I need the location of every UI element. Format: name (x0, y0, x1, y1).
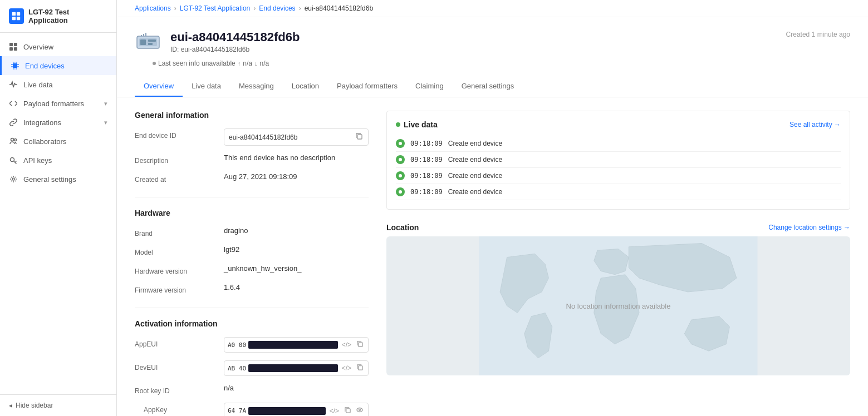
tab-live-data[interactable]: Live data (183, 76, 230, 97)
content-right: Live data See all activity → 09:18:09 Cr… (386, 111, 850, 416)
grid-icon (9, 42, 18, 51)
live-data-event-icon (396, 139, 405, 148)
tab-claiming[interactable]: Claiming (406, 76, 453, 97)
field-label-description: Description (135, 153, 224, 165)
field-created-at: Created at Aug 27, 2021 09:18:09 (135, 172, 369, 184)
svg-rect-29 (357, 135, 362, 139)
app-logo[interactable]: LGT-92 Test Application (0, 0, 116, 33)
device-id-subtitle: ID: eui-a84041445182fd6b (170, 46, 300, 53)
appkey-eye-button[interactable] (355, 405, 365, 416)
field-value-brand: dragino (224, 226, 369, 235)
activation-title: Activation information (135, 319, 369, 328)
svg-rect-32 (346, 408, 350, 412)
chevron-left-icon: ◂ (9, 402, 12, 409)
change-location-link[interactable]: Change location settings → (768, 224, 850, 231)
deveui-masked (248, 364, 338, 372)
live-data-desc-2: Create end device (448, 156, 502, 164)
sidebar-item-collaborators[interactable]: Collaborators (0, 132, 116, 151)
field-model: Model lgt92 (135, 245, 369, 256)
breadcrumb-applications[interactable]: Applications (135, 4, 171, 12)
appeui-copy-button[interactable] (355, 340, 365, 350)
location-section: Location Change location settings → (386, 223, 850, 375)
chip-icon (11, 61, 19, 70)
tab-payload-formatters[interactable]: Payload formatters (328, 76, 406, 97)
deveui-code-toggle[interactable]: </> (340, 363, 353, 373)
field-label-appkey: AppKey (135, 403, 224, 414)
live-data-item-4: 09:18:09 Create end device (396, 184, 841, 200)
downlink-arrow-icon: ↓ (254, 60, 258, 67)
appkey-prefix: 64 7A (228, 407, 246, 414)
appkey-code-toggle[interactable]: </> (328, 406, 341, 416)
chevron-down-icon-2: ▾ (104, 119, 107, 126)
downlink-value: n/a (259, 60, 269, 67)
hide-sidebar-button[interactable]: ◂ Hide sidebar (9, 402, 107, 409)
device-title-block: eui-a84041445182fd6b ID: eui-a8404144518… (170, 30, 300, 53)
tab-overview[interactable]: Overview (135, 76, 183, 97)
settings-icon (9, 175, 18, 184)
svg-point-38 (399, 190, 402, 194)
sidebar-nav: Overview End devices Live data (0, 33, 116, 394)
appkey-copy-button[interactable] (343, 406, 352, 416)
deveui-field[interactable]: AB 40 </> (224, 360, 369, 376)
activity-icon (9, 80, 18, 89)
content-left: General information End device ID eui-a8… (135, 111, 369, 416)
device-icon (135, 28, 161, 55)
breadcrumb-app-name[interactable]: LGT-92 Test Application (180, 4, 251, 12)
field-value-appkey: 64 7A </> (224, 403, 369, 416)
field-label-end-device-id: End device ID (135, 128, 224, 140)
sidebar-item-general-settings[interactable]: General settings (0, 170, 116, 189)
appkey-field[interactable]: 64 7A </> (224, 403, 369, 416)
sidebar-item-integrations-label: Integrations (23, 118, 99, 127)
location-header: Location Change location settings → (386, 223, 850, 232)
sidebar-item-integrations[interactable]: Integrations ▾ (0, 113, 116, 132)
sidebar-item-end-devices[interactable]: End devices (0, 56, 116, 75)
live-data-event-icon-3 (396, 171, 405, 180)
sidebar-item-live-data-label: Live data (23, 81, 107, 89)
sidebar-item-payload-formatters[interactable]: Payload formatters ▾ (0, 94, 116, 113)
uplink-arrow-icon: ↑ (238, 60, 241, 67)
appeui-field[interactable]: A0 00 </> (224, 337, 369, 353)
svg-point-35 (399, 142, 402, 145)
copy-end-device-id-button[interactable] (355, 132, 364, 142)
live-data-header: Live data See all activity → (396, 120, 841, 129)
svg-point-17 (11, 138, 14, 141)
link-icon (9, 118, 18, 127)
svg-point-34 (359, 409, 361, 411)
live-data-desc-1: Create end device (448, 140, 502, 147)
device-title: eui-a84041445182fd6b (170, 30, 300, 44)
svg-rect-24 (148, 39, 156, 42)
appeui-code-toggle[interactable]: </> (340, 340, 353, 350)
end-device-id-input[interactable]: eui-a84041445182fd6b (224, 128, 369, 146)
device-header-left: eui-a84041445182fd6b ID: eui-a8404144518… (135, 28, 300, 55)
hide-sidebar-label: Hide sidebar (16, 402, 53, 409)
field-value-appeui: A0 00 </> (224, 337, 369, 353)
tab-general-settings[interactable]: General settings (453, 76, 523, 97)
live-data-panel-title: Live data (404, 120, 438, 129)
svg-rect-4 (9, 43, 13, 46)
live-data-panel: Live data See all activity → 09:18:09 Cr… (386, 111, 850, 210)
sidebar-item-live-data[interactable]: Live data (0, 75, 116, 94)
live-data-time-1: 09:18:09 (410, 140, 443, 147)
live-data-time-2: 09:18:09 (410, 156, 443, 164)
sidebar-item-overview[interactable]: Overview (0, 37, 116, 56)
svg-rect-0 (12, 12, 16, 16)
sidebar-item-api-keys[interactable]: API keys (0, 151, 116, 170)
svg-rect-3 (17, 17, 20, 20)
field-label-model: Model (135, 245, 224, 256)
activation-section: Activation information AppEUI A0 00 </> (135, 319, 369, 416)
breadcrumb-end-devices[interactable]: End devices (259, 4, 295, 12)
field-label-hw-version: Hardware version (135, 264, 224, 275)
field-label-fw-version: Firmware version (135, 283, 224, 294)
live-data-desc-4: Create end device (448, 188, 502, 196)
tab-messaging[interactable]: Messaging (230, 76, 283, 97)
deveui-copy-button[interactable] (355, 363, 365, 373)
field-appeui: AppEUI A0 00 </> (135, 337, 369, 353)
deveui-prefix: AB 40 (228, 365, 246, 372)
see-all-activity-link[interactable]: See all activity → (789, 121, 841, 128)
tab-location[interactable]: Location (283, 76, 328, 97)
created-at: Created 1 minute ago (786, 28, 850, 38)
appkey-masked (248, 407, 326, 415)
field-value-end-device-id: eui-a84041445182fd6b (224, 128, 369, 146)
field-label-appeui: AppEUI (135, 337, 224, 348)
field-value-description: This end device has no description (224, 153, 369, 162)
